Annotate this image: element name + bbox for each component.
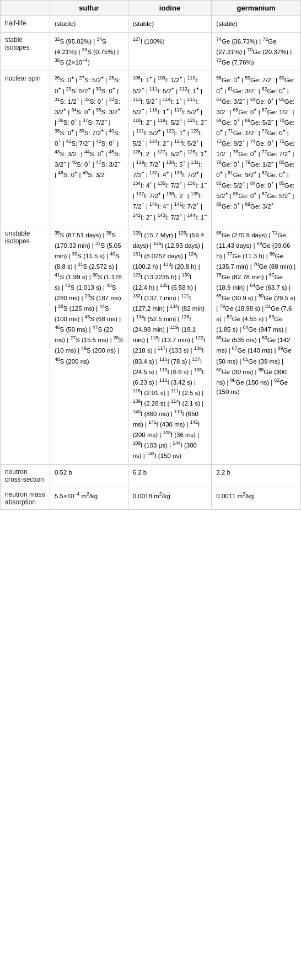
cell-germanium-nuclear-spin: 58Ge: 0+ | 59Ge: 7/2− | 60Ge: 0+ | 61Ge:…: [212, 71, 301, 226]
row-label-unstable-isotopes: unstable isotopes: [1, 226, 50, 465]
table-row: nuclear spin 26S: 0+ | 27S: 5/2+ | 28S: …: [1, 71, 301, 226]
cell-germanium-nma: 0.0011 m2/kg: [212, 487, 301, 510]
cell-germanium-stable: 74Ge (36.73%) | 72Ge (27.31%) | 70Ge (20…: [212, 33, 301, 71]
row-label-nuclear-spin: nuclear spin: [1, 71, 50, 226]
table-row: unstable isotopes 35S (87.51 days) | 38S…: [1, 226, 301, 465]
cell-iodine-nuclear-spin: 108I: 1+ | 109I: 1/2+ | 110I: 5/2+ | 111…: [128, 71, 212, 226]
cell-iodine-ncs: 6.2 b: [128, 465, 212, 487]
row-label-stable-isotopes: stable isotopes: [1, 33, 50, 71]
cell-germanium-ncs: 2.2 b: [212, 465, 301, 487]
cell-germanium-half-life: (stable): [212, 16, 301, 33]
col-header-sulfur: sulfur: [50, 1, 128, 16]
cell-germanium-unstable: 68Ge (270.9 days) | 71Ge (11.43 days) | …: [212, 226, 301, 465]
cell-sulfur-stable: 32S (95.02%) | 34S (4.21%) | 33S (0.75%)…: [50, 33, 128, 71]
cell-iodine-nma: 0.0018 m2/kg: [128, 487, 212, 510]
cell-sulfur-unstable: 35S (87.51 days) | 38S (170.33 min) | 37…: [50, 226, 128, 465]
cell-sulfur-half-life: (stable): [50, 16, 128, 33]
table-row: neutron mass absorption 5.5×10−4 m2/kg 0…: [1, 487, 301, 510]
col-header-germanium: germanium: [212, 1, 301, 16]
row-label-neutron-cross-section: neutron cross-section: [1, 465, 50, 487]
table-row: half-life (stable) (stable) (stable): [1, 16, 301, 33]
col-header-empty: [1, 1, 50, 16]
cell-sulfur-nma: 5.5×10−4 m2/kg: [50, 487, 128, 510]
cell-iodine-stable: 127I (100%): [128, 33, 212, 71]
cell-sulfur-nuclear-spin: 26S: 0+ | 27S: 5/2+ | 28S: 0+ | 29S: 5/2…: [50, 71, 128, 226]
table-row: stable isotopes 32S (95.02%) | 34S (4.21…: [1, 33, 301, 71]
row-label-neutron-mass: neutron mass absorption: [1, 487, 50, 510]
row-label-half-life: half-life: [1, 16, 50, 33]
cell-sulfur-ncs: 0.52 b: [50, 465, 128, 487]
table-row: neutron cross-section 0.52 b 6.2 b 2.2 b: [1, 465, 301, 487]
element-properties-table: sulfur iodine germanium half-life (stabl…: [0, 0, 301, 510]
cell-iodine-half-life: (stable): [128, 16, 212, 33]
col-header-iodine: iodine: [128, 1, 212, 16]
cell-iodine-unstable: 129I (15.7 Myr) | 125I (59.4 days) | 126…: [128, 226, 212, 465]
